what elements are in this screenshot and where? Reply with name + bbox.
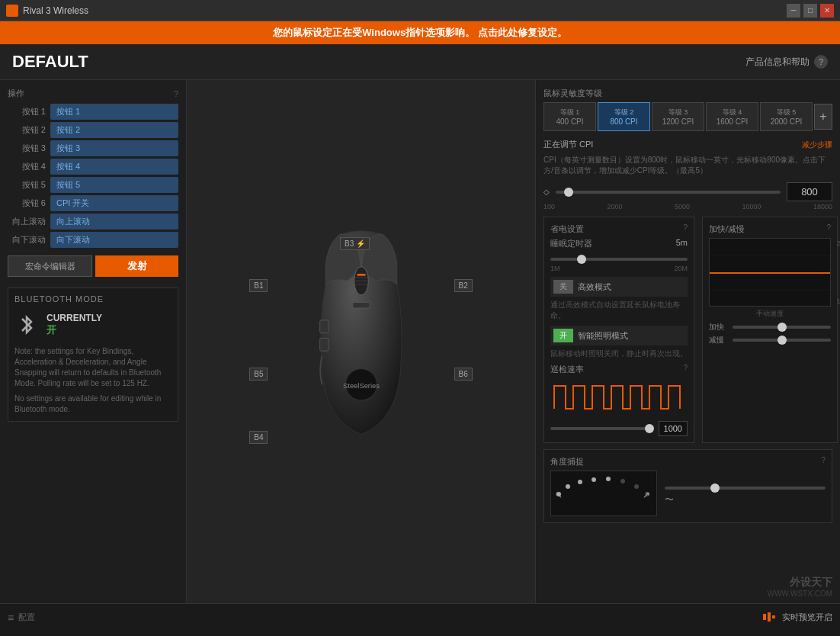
button-row-6: 按钮 6 CPI 开关: [8, 195, 178, 211]
cpi-level2-value: 800 CPI: [601, 117, 646, 126]
decel-slider[interactable]: [733, 339, 831, 342]
btn5-action[interactable]: 按钮 5: [50, 177, 178, 193]
help-icon[interactable]: ?: [814, 55, 828, 69]
decel-label: 减慢: [709, 335, 728, 345]
mouse-b4-label: B4: [249, 431, 268, 444]
btn1-action[interactable]: 按钮 1: [50, 104, 178, 120]
add-cpi-level-button[interactable]: +: [814, 104, 832, 130]
mouse-b1-label: B1: [249, 279, 268, 292]
fire-button[interactable]: 发射: [95, 255, 178, 277]
button-row-3: 按钮 3 按钮 3: [8, 140, 178, 156]
sleep-timer-slider[interactable]: [550, 258, 688, 261]
operations-help: ?: [174, 89, 178, 98]
svg-rect-9: [319, 338, 328, 351]
svg-rect-26: [772, 615, 775, 618]
maximize-button[interactable]: □: [803, 4, 817, 18]
svg-point-20: [634, 484, 639, 489]
angle-snap-slider[interactable]: [665, 487, 826, 490]
accel-graph: [709, 238, 831, 307]
action-buttons: 宏命令编辑器 发射: [8, 255, 178, 277]
info-label: 产品信息和帮助: [745, 56, 810, 69]
scroll-up-label: 向上滚动: [8, 216, 46, 227]
scroll-up-action[interactable]: 向上滚动: [50, 214, 178, 230]
cpi-level1-value: 400 CPI: [547, 117, 592, 126]
polling-slider[interactable]: [550, 427, 654, 430]
mouse-area: B1 B2 B3 ⚡ B5 B6 B4: [187, 80, 535, 603]
manual-speed-label: 手动速度: [709, 309, 831, 319]
operations-label: 操作: [8, 88, 24, 99]
close-button[interactable]: ✕: [820, 4, 834, 18]
btn2-label: 按钮 2: [8, 124, 46, 136]
cpi-level-2[interactable]: 等级 2 800 CPI: [598, 102, 650, 131]
cpi-min-label: 100: [543, 203, 555, 210]
accel-slider[interactable]: [733, 326, 831, 329]
accel-title: 加快/减慢 ?: [709, 223, 831, 235]
eco-mode-label: 高效模式: [578, 281, 611, 293]
window-title: Rival 3 Wireless: [23, 5, 787, 16]
accel-slider-row: 加快: [709, 322, 831, 332]
accel-2x-label: 2x: [836, 239, 840, 247]
warning-banner[interactable]: 您的鼠标设定正在受Windows指针选项影响。 点击此处修复设定。: [0, 21, 840, 44]
cpi-level3-name: 等级 3: [656, 108, 701, 117]
currently-label: CURRENTLY: [46, 313, 102, 323]
mouse-image: SteelSeries: [285, 227, 438, 456]
svg-rect-24: [763, 614, 766, 620]
cpi-level-3[interactable]: 等级 3 1200 CPI: [652, 102, 704, 131]
svg-point-17: [592, 477, 596, 482]
cpi-description: CPI（每英寸测量数目）设置为800时，鼠标移动一英寸，光标移动800像素。点击…: [543, 155, 832, 176]
status-bar: ≡ 配置 实时预览开启: [0, 603, 840, 631]
page-title: DEFAULT: [12, 52, 88, 72]
polling-chart: [550, 378, 688, 416]
polling-value-display: 1000: [659, 421, 688, 436]
window-controls: ─ □ ✕: [787, 4, 834, 18]
angle-snap-icons: 〜: [665, 493, 826, 506]
bluetooth-currently-status: CURRENTLY 开: [46, 313, 102, 337]
sleep-slider-container: 1M 20M: [550, 252, 688, 272]
minimize-button[interactable]: ─: [787, 4, 800, 18]
mouse-b5-label: B5: [249, 368, 268, 381]
warning-text: 您的鼠标设定正在受Windows指针选项影响。 点击此处修复设定。: [273, 27, 567, 38]
macro-editor-button[interactable]: 宏命令编辑器: [8, 255, 92, 277]
bluetooth-status: CURRENTLY 开: [14, 310, 172, 340]
eco-mode-toggle[interactable]: 关: [553, 280, 573, 294]
polling-rate-label: 巡检速率 ?: [550, 364, 688, 375]
cpi-10000-label: 10000: [742, 203, 761, 210]
cpi-level-4[interactable]: 等级 4 1600 CPI: [706, 102, 758, 131]
polling-visual: [550, 378, 688, 416]
sleep-slider-labels: 1M 20M: [550, 265, 688, 272]
svg-text:↖: ↖: [555, 490, 563, 500]
live-indicator: [762, 612, 777, 624]
polling-value-row: 1000: [550, 421, 688, 436]
scroll-down-action[interactable]: 向下滚动: [50, 232, 178, 248]
btn2-action[interactable]: 按钮 2: [50, 122, 178, 138]
mouse-b3-label: B3 ⚡: [340, 237, 370, 250]
svg-point-16: [578, 480, 582, 484]
angle-snap-slider-container: 〜: [665, 481, 826, 506]
reduce-steps-link[interactable]: 减少步骤: [802, 140, 832, 150]
accel-graph-container: 2x 1/2: [709, 238, 831, 309]
cpi-slider-min-icon: ◇: [543, 188, 550, 196]
titlebar: Rival 3 Wireless ─ □ ✕: [0, 0, 840, 21]
btn5-label: 按钮 5: [8, 179, 46, 191]
eco-mode-row: 关 高效模式: [550, 277, 688, 297]
btn3-action[interactable]: 按钮 3: [50, 140, 178, 156]
btn6-label: 按钮 6: [8, 198, 46, 209]
cpi-slider[interactable]: [556, 191, 781, 194]
btn1-label: 按钮 1: [8, 106, 46, 117]
bluetooth-note2: No settings are available for editing wh…: [14, 393, 172, 415]
config-label: 配置: [18, 612, 35, 623]
btn4-action[interactable]: 按钮 4: [50, 159, 178, 175]
btn6-action[interactable]: CPI 开关: [50, 195, 178, 211]
smart-lighting-toggle[interactable]: 开: [553, 329, 573, 342]
svg-rect-7: [352, 302, 370, 308]
right-panel: 鼠标灵敏度等级 等级 1 400 CPI 等级 2 800 CPI 等级 3 1…: [535, 80, 840, 603]
accel-label: 加快: [709, 322, 728, 332]
cpi-level5-name: 等级 5: [764, 108, 809, 117]
power-accel-section: 省电设置 ? 睡眠定时器 5m 1M 20M 关 高效模: [543, 217, 832, 449]
cpi-level5-value: 2000 CPI: [764, 117, 809, 126]
smart-lighting-desc: 鼠标移动时照明关闭，静止时再次出现。: [550, 349, 688, 359]
cpi-level-5[interactable]: 等级 5 2000 CPI: [760, 102, 813, 131]
left-panel: 操作 ? 按钮 1 按钮 1 按钮 2 按钮 2 按钮 3 按钮 3 按钮 4 …: [0, 80, 187, 603]
cpi-level-1[interactable]: 等级 1 400 CPI: [543, 102, 596, 131]
cpi-value-display: 800: [787, 182, 832, 201]
